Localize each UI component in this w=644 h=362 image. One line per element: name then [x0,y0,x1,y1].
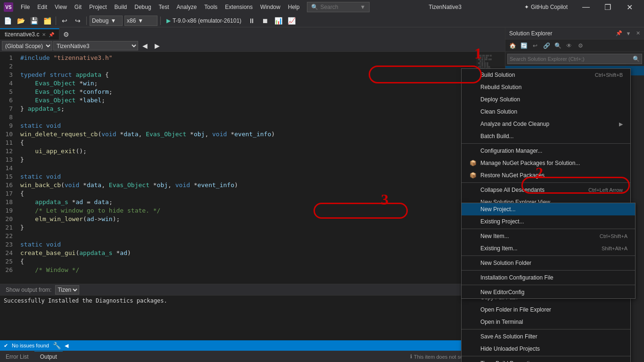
platform-arrow: ▼ [138,17,143,24]
output-source-dropdown[interactable]: Tizen [55,285,79,295]
minimize-button[interactable]: — [575,0,597,14]
redo-btn[interactable]: ↪ [72,16,83,26]
output-source-selector[interactable]: Show output from: Tizen [6,285,79,295]
search-input[interactable] [320,4,358,10]
global-search-box[interactable]: 🔍 ▼ [307,2,370,12]
cm-sep-7 [462,329,630,329]
tab-error-list[interactable]: Error List [0,352,34,362]
solution-explorer-search[interactable]: 🔍 [507,54,642,64]
cm-restore-nuget-label: Restore NuGet Packages [480,172,545,179]
close-button[interactable]: ✕ [619,0,640,14]
window-title: TizenNative3 [429,4,462,10]
cm-analyze-cleanup[interactable]: Analyze and Code Cleanup ▶ [462,118,630,130]
menu-window[interactable]: Window [256,2,284,12]
tab-output[interactable]: Output [34,351,63,362]
stop-btn[interactable]: ⏹ [259,16,271,26]
se-search-input[interactable] [510,56,633,62]
save-btn[interactable]: 💾 [28,16,40,26]
status-text: No issues found [12,343,49,348]
cm-batch-label: Batch Build... [480,133,514,140]
platform-dropdown[interactable]: x86 ▼ [124,16,157,26]
cm-open-terminal[interactable]: Open in Terminal [462,316,630,328]
menu-project[interactable]: Project [85,2,110,12]
add-submenu[interactable]: New Project... Existing Project... New I… [461,203,636,299]
cm-collapse-descendants[interactable]: Collapse All Descendants Ctrl+Left Arrow [462,184,630,196]
se-dropdown-btn[interactable]: ▼ [624,29,633,38]
menu-help[interactable]: Help [284,2,304,12]
code-text[interactable]: #include "tizennative3.h" typedef struct… [17,52,477,284]
cm-new-project[interactable]: New Project... [462,203,635,215]
cm-manage-nuget[interactable]: 📦 Manage NuGet Packages for Solution... [462,157,630,169]
scope-dropdown[interactable]: (Global Scope) [2,41,52,50]
search-dropdown-icon[interactable]: ▼ [360,4,365,10]
menu-view[interactable]: View [51,2,71,12]
nav-next-btn[interactable]: ▶ [151,41,163,51]
cm-open-folder[interactable]: Open Folder in File Explorer [462,304,630,316]
menu-edit[interactable]: Edit [33,2,51,12]
config-dropdown[interactable]: Debug ▼ [90,16,123,26]
platform-value: x86 [127,17,136,24]
open-btn[interactable]: 📂 [15,16,26,26]
cm-rebuild-solution[interactable]: Rebuild Solution [462,81,630,93]
cm-editorconfig-label: New EditorConfig [480,289,524,296]
profiler-btn[interactable]: 📊 [272,16,284,26]
menu-tools[interactable]: Tools [200,2,221,12]
run-button[interactable]: ▶ T-9.0-x86 (emulator-26101) [164,16,244,25]
save-all-btn[interactable]: 🗂️ [41,16,53,26]
cm-config-manager[interactable]: Configuration Manager... [462,145,630,157]
se-close-btn[interactable]: ✕ [634,29,642,38]
cm-restore-nuget[interactable]: 📦 Restore NuGet Packages [462,169,630,181]
cm-collapse-label: Collapse All Descendants [480,187,545,193]
cm-existing-item[interactable]: Existing Item... Shift+Alt+A [462,242,635,255]
cm-clean-solution[interactable]: Clean Solution [462,106,630,118]
cm-new-item[interactable]: New Item... Ctrl+Shift+A [462,230,635,242]
sep2 [86,16,87,25]
config-value: Debug [92,17,108,24]
cm-save-filter[interactable]: Save As Solution Filter [462,330,630,343]
cm-build-solution[interactable]: Build Solution Ctrl+Shift+B [462,69,630,81]
se-properties-btn[interactable]: 🏠 [507,41,518,51]
github-copilot-button[interactable]: ✦ GitHub Copilot [520,3,571,11]
cm-existing-project[interactable]: Existing Project... [462,215,635,228]
se-sync-btn[interactable]: 🔗 [541,41,552,51]
se-settings-btn[interactable]: ⚙ [575,41,586,51]
maximize-button[interactable]: ❐ [597,0,619,14]
tab-options-btn[interactable]: ⚙ [60,29,72,40]
perf-btn[interactable]: 📈 [286,16,297,26]
status-icon: ✔ [4,343,8,349]
menu-extensions[interactable]: Extensions [221,2,256,12]
solution-explorer-header: Solution Explorer 📌 ▼ ✕ [505,27,644,40]
menu-analyze[interactable]: Analyze [173,2,201,12]
cm-hide-unloaded[interactable]: Hide Unloaded Projects [462,343,630,355]
tab-close-icon[interactable]: ✕ [42,32,46,37]
cm-batch-build[interactable]: Batch Build... [462,130,630,142]
nuget-icon: 📦 [469,160,477,166]
pause-btn[interactable]: ⏸ [246,16,257,26]
menu-test[interactable]: Test [155,2,173,12]
cm-install-config[interactable]: Installation Configuration File [462,272,635,284]
cm-new-editorconfig[interactable]: New EditorConfig [462,286,635,298]
code-editor[interactable]: 123456 789101112 131415161718 1920212223… [0,52,505,284]
output-toolbar-bar: Show output from: Tizen ⎘ 🗑 ⇌ ⚙ [0,284,505,296]
cm-config-label: Configuration Manager... [480,148,542,154]
se-pin-btn[interactable]: 📌 [615,29,623,38]
se-refresh-btn[interactable]: 🔄 [519,41,529,51]
output-panel: Show output from: Tizen ⎘ 🗑 ⇌ ⚙ Successf… [0,284,505,340]
cm-new-solution-folder[interactable]: New Solution Folder [462,257,635,269]
undo-btn[interactable]: ↩ [59,16,70,26]
se-filter-btn[interactable]: 🔍 [553,41,563,51]
new-project-btn[interactable]: 📄 [2,16,13,26]
menu-file[interactable]: File [17,2,33,12]
nav-prev-btn[interactable]: ◀ [139,41,150,51]
editor-tabs: tizennative3.c ✕ 📌 ⚙ [0,27,505,40]
editor-tab-active[interactable]: tizennative3.c ✕ 📌 [0,28,59,40]
tab-pin-icon[interactable]: 📌 [49,32,54,37]
menu-build[interactable]: Build [111,2,131,12]
cm-deploy-solution[interactable]: Deploy Solution [462,93,630,106]
cm-tizen-build[interactable]: Tizen Build Properties [462,357,630,362]
se-view-btn[interactable]: 👁 [564,41,574,51]
file-dropdown[interactable]: TizenNative3 [53,41,138,50]
menu-git[interactable]: Git [71,2,85,12]
se-back-btn[interactable]: ↩ [530,41,540,51]
menu-debug[interactable]: Debug [131,2,155,12]
